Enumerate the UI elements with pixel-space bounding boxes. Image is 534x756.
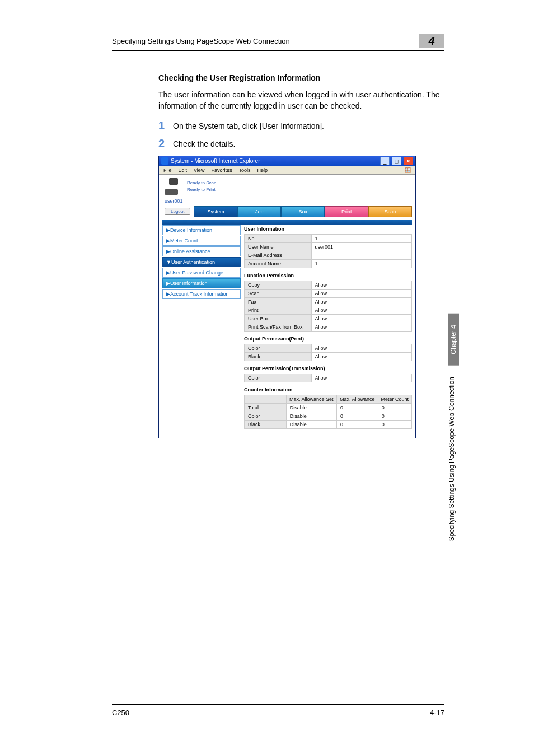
windows-flag-icon: 🪟	[405, 167, 411, 173]
tab-system[interactable]: System	[194, 206, 237, 217]
step-number: 1	[158, 120, 173, 131]
table-cell-value: Allow	[311, 306, 411, 314]
heading-func-perm: Function Permission	[244, 273, 412, 278]
heading-user-info: User Information	[244, 226, 412, 232]
status-print: Ready to Print	[187, 186, 216, 193]
table-cell-value	[311, 251, 411, 259]
sidebar-item[interactable]: ▶Meter Count	[162, 236, 241, 246]
table-cell-label: Fax	[245, 297, 312, 306]
table-output-print: ColorAllowBlackAllow	[244, 344, 412, 361]
step-text: Check the details.	[173, 138, 444, 149]
menu-view[interactable]: View	[194, 167, 204, 173]
table-cell-value: Allow	[311, 344, 411, 352]
table-cell-value: 0	[336, 420, 378, 428]
table-cell-value: Allow	[311, 352, 411, 361]
step-text: On the System tab, click [User Informati…	[173, 120, 444, 131]
table-cell-value: Allow	[311, 374, 411, 382]
minimize-button[interactable]: _	[380, 157, 390, 165]
sidebar-item[interactable]: ▶User Password Change	[162, 268, 241, 278]
table-cell-label: Scan	[245, 289, 312, 297]
table-cell-value: 0	[378, 412, 411, 420]
window-titlebar: System - Microsoft Internet Explorer _ □…	[159, 156, 415, 166]
table-cell-value: Disable	[286, 412, 336, 420]
side-chapter-tab: Chapter 4	[448, 314, 459, 366]
table-cell-value: Disable	[286, 420, 336, 428]
table-cell-label: User Name	[245, 242, 312, 251]
table-cell-label: Color	[245, 344, 312, 352]
table-cell-label: Black	[245, 420, 287, 428]
tab-box[interactable]: Box	[281, 206, 325, 217]
table-user-info: No.1User Nameuser001E-Mail AddressAccoun…	[244, 234, 412, 268]
sidebar-item[interactable]: ▶User Information	[162, 278, 241, 288]
table-header-cell	[245, 395, 287, 403]
table-cell-value: 0	[336, 412, 378, 420]
table-output-transmission: ColorAllow	[244, 374, 412, 382]
table-cell-label: Total	[245, 403, 287, 412]
table-function-permission: CopyAllowScanAllowFaxAllowPrintAllowUser…	[244, 281, 412, 332]
heading-out-print: Output Permission(Print)	[244, 336, 412, 342]
table-cell-label: Black	[245, 352, 312, 361]
table-header-cell: Meter Count	[378, 395, 411, 403]
table-cell-label: No.	[245, 234, 312, 242]
menu-favorites[interactable]: Favorites	[211, 167, 232, 173]
running-head: Specifying Settings Using PageScope Web …	[112, 37, 419, 45]
table-cell-value: user001	[311, 242, 411, 251]
table-cell-label: User Box	[245, 314, 312, 323]
table-cell-value: Allow	[311, 314, 411, 323]
menu-file[interactable]: File	[163, 167, 172, 173]
sidebar-item[interactable]: ▼User Authentication	[162, 257, 241, 267]
menu-tools[interactable]: Tools	[238, 167, 250, 173]
close-button[interactable]: ×	[404, 157, 413, 165]
logged-user: user001	[159, 198, 415, 206]
table-cell-value: Allow	[311, 297, 411, 306]
table-cell-value: 1	[311, 234, 411, 242]
device-icon	[165, 178, 184, 195]
window-title: System - Microsoft Internet Explorer	[171, 158, 260, 164]
status-scan: Ready to Scan	[187, 180, 216, 186]
heading-counter: Counter Information	[244, 387, 412, 393]
sidebar-item[interactable]: ▶Device Information	[162, 225, 241, 235]
menu-edit[interactable]: Edit	[179, 167, 188, 173]
tab-underline	[162, 220, 412, 225]
table-cell-value: Allow	[311, 323, 411, 331]
table-cell-value: 0	[378, 403, 411, 412]
table-cell-label: Copy	[245, 281, 312, 289]
heading-out-trans: Output Permission(Transmission)	[244, 366, 412, 371]
table-cell-value: Allow	[311, 281, 411, 289]
step-number: 2	[158, 138, 173, 149]
footer-model: C250	[112, 708, 129, 717]
table-cell-label: Account Name	[245, 259, 312, 268]
menu-help[interactable]: Help	[257, 167, 268, 173]
table-header-cell: Max. Allowance	[336, 395, 378, 403]
table-counter-info: Max. Allowance SetMax. AllowanceMeter Co…	[244, 395, 412, 429]
table-cell-label: Print Scan/Fax from Box	[245, 323, 312, 331]
table-cell-value: 0	[378, 420, 411, 428]
table-cell-label: Print	[245, 306, 312, 314]
table-cell-label: Color	[245, 412, 287, 420]
logout-button[interactable]: Logout	[165, 208, 190, 215]
table-cell-value: Disable	[286, 403, 336, 412]
maximize-button[interactable]: □	[392, 157, 401, 165]
browser-window: System - Microsoft Internet Explorer _ □…	[158, 156, 416, 438]
side-nav: ▶Device Information▶Meter Count▶Online A…	[162, 225, 241, 433]
menu-bar: File Edit View Favorites Tools Help 🪟	[159, 166, 415, 175]
sidebar-item[interactable]: ▶Account Track Information	[162, 289, 241, 299]
tab-job[interactable]: Job	[237, 206, 281, 217]
ie-icon	[161, 157, 168, 165]
table-cell-value: 0	[336, 403, 378, 412]
table-cell-value: 1	[311, 259, 411, 268]
table-header-cell: Max. Allowance Set	[286, 395, 336, 403]
section-title: Checking the User Registration Informati…	[158, 73, 444, 82]
footer-page: 4-17	[430, 708, 444, 717]
side-section-label: Specifying Settings Using PageScope Web …	[448, 377, 456, 541]
tab-print[interactable]: Print	[325, 206, 368, 217]
tab-scan[interactable]: Scan	[368, 206, 412, 217]
table-cell-label: E-Mail Address	[245, 251, 312, 259]
section-paragraph: The user information can be viewed when …	[158, 89, 444, 112]
table-cell-label: Color	[245, 374, 312, 382]
sidebar-item[interactable]: ▶Online Assistance	[162, 246, 241, 256]
chapter-badge: 4	[419, 34, 444, 48]
table-cell-value: Allow	[311, 289, 411, 297]
